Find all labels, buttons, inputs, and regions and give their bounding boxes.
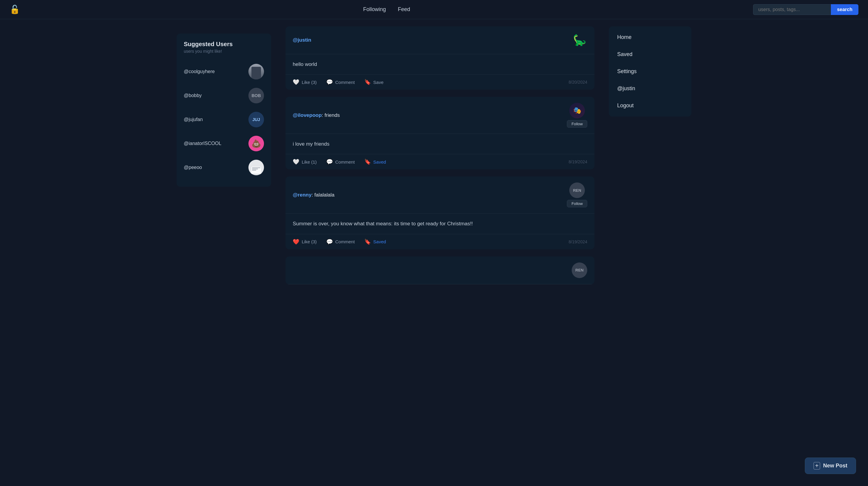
post-header: @ilovepoop: friends 🎭 Follow xyxy=(285,97,594,134)
post-text: hello world xyxy=(293,61,317,67)
comment-button[interactable]: 💬 Comment xyxy=(326,238,355,245)
suggested-username: @bobby xyxy=(184,93,202,98)
comment-label: Comment xyxy=(335,160,355,165)
nav-item-logout[interactable]: Logout xyxy=(609,97,691,114)
avatar: JUJ xyxy=(248,112,264,127)
suggested-users-title: Suggested Users xyxy=(184,41,264,48)
main-layout: Suggested Users users you might like! @c… xyxy=(165,19,703,299)
suggested-username: @peeoo xyxy=(184,165,202,170)
post-card: @justin 🦕 hello world 🤍 Like (3) 💬 Comme… xyxy=(285,26,594,90)
follow-button[interactable]: Follow xyxy=(567,200,587,207)
post-text: Summer is over, you know what that means… xyxy=(293,221,473,227)
post-date: 8/19/2024 xyxy=(569,239,587,244)
like-button[interactable]: ❤️ Like (3) xyxy=(293,238,317,245)
save-label: Save xyxy=(373,80,383,85)
comment-icon: 💬 xyxy=(326,79,333,85)
post-author: @renny: falalalala xyxy=(293,192,334,198)
save-label: Saved xyxy=(373,160,386,165)
save-label: Saved xyxy=(373,239,386,244)
post-header-right: 🎭 Follow xyxy=(567,103,587,127)
list-item[interactable]: @bobby BOB xyxy=(184,84,264,108)
heart-icon: 🤍 xyxy=(293,79,299,85)
post-body: i love my friends xyxy=(285,134,594,154)
post-author: @justin xyxy=(293,37,311,43)
post-author-name: @renny xyxy=(293,192,312,198)
post-header: @renny: falalalala REN Follow xyxy=(285,176,594,213)
post-header-right: 🦕 xyxy=(572,32,587,48)
list-item[interactable]: @ianatorISCOOL 💩 xyxy=(184,132,264,155)
right-sidebar: Home Saved Settings @justin Logout xyxy=(601,26,703,291)
suggested-username: @jujufan xyxy=(184,117,203,122)
post-date: 8/19/2024 xyxy=(569,160,587,164)
search-bar: search xyxy=(753,4,859,15)
nav-item-settings[interactable]: Settings xyxy=(609,63,691,80)
avatar xyxy=(248,160,264,175)
like-button[interactable]: 🤍 Like (1) xyxy=(293,159,317,165)
nav-item-saved[interactable]: Saved xyxy=(609,46,691,63)
app-logo-icon: 🔓 xyxy=(9,4,20,15)
left-sidebar: Suggested Users users you might like! @c… xyxy=(165,26,278,291)
comment-label: Comment xyxy=(335,80,355,85)
post-header: @justin 🦕 xyxy=(285,26,594,54)
like-count: Like (3) xyxy=(302,80,317,85)
avatar: 🦕 xyxy=(572,32,587,48)
search-button[interactable]: search xyxy=(831,4,859,15)
save-button[interactable]: 🔖 Saved xyxy=(364,238,386,245)
right-nav-card: Home Saved Settings @justin Logout xyxy=(609,26,691,117)
avatar: BOB xyxy=(248,88,264,104)
plus-icon: + xyxy=(813,462,820,469)
search-input[interactable] xyxy=(753,4,831,15)
post-actions: ❤️ Like (3) 💬 Comment 🔖 Saved 8/19/2024 xyxy=(285,234,594,249)
post-card: REN xyxy=(285,256,594,284)
list-item[interactable]: @peeoo xyxy=(184,155,264,179)
avatar: 💩 xyxy=(248,136,264,151)
avatar: 🎭 xyxy=(569,103,585,118)
heart-filled-icon: ❤️ xyxy=(293,238,299,245)
post-card: @ilovepoop: friends 🎭 Follow i love my f… xyxy=(285,97,594,169)
bookmark-filled-icon: 🔖 xyxy=(364,159,371,165)
nav-item-home[interactable]: Home xyxy=(609,29,691,46)
list-item[interactable]: @jujufan JUJ xyxy=(184,108,264,132)
new-post-button[interactable]: + New Post xyxy=(805,458,856,474)
post-actions: 🤍 Like (3) 💬 Comment 🔖 Save 8/20/2024 xyxy=(285,74,594,90)
post-text: i love my friends xyxy=(293,141,330,147)
comment-icon: 💬 xyxy=(326,159,333,165)
post-body: Summer is over, you know what that means… xyxy=(285,213,594,234)
avatar xyxy=(248,64,264,79)
topnav: 🔓 Following Feed search xyxy=(0,0,868,19)
comment-button[interactable]: 💬 Comment xyxy=(326,159,355,165)
nav-item-justin[interactable]: @justin xyxy=(609,80,691,97)
post-header: REN xyxy=(285,256,594,284)
post-author-name: @ilovepoop xyxy=(293,112,322,118)
suggested-username: @ianatorISCOOL xyxy=(184,141,221,146)
post-author: @ilovepoop: friends xyxy=(293,112,340,118)
suggested-users-card: Suggested Users users you might like! @c… xyxy=(177,34,271,187)
heart-icon: 🤍 xyxy=(293,159,299,165)
post-card: @renny: falalalala REN Follow Summer is … xyxy=(285,176,594,249)
nav-link-following[interactable]: Following xyxy=(363,6,386,12)
bookmark-icon: 🔖 xyxy=(364,79,371,85)
suggested-username: @coolguyhere xyxy=(184,69,215,74)
topnav-links: Following Feed xyxy=(363,6,410,12)
suggested-users-subtitle: users you might like! xyxy=(184,49,264,54)
avatar: REN xyxy=(572,262,587,278)
feed: @justin 🦕 hello world 🤍 Like (3) 💬 Comme… xyxy=(278,26,601,291)
like-count: Like (3) xyxy=(302,239,317,244)
comment-button[interactable]: 💬 Comment xyxy=(326,79,355,85)
nav-link-feed[interactable]: Feed xyxy=(398,6,410,12)
comment-label: Comment xyxy=(335,239,355,244)
save-button[interactable]: 🔖 Save xyxy=(364,79,383,85)
bookmark-filled-icon: 🔖 xyxy=(364,238,371,245)
post-body: hello world xyxy=(285,54,594,74)
like-count: Like (1) xyxy=(302,160,317,165)
post-header-right: REN Follow xyxy=(567,182,587,207)
follow-button[interactable]: Follow xyxy=(567,120,587,127)
save-button[interactable]: 🔖 Saved xyxy=(364,159,386,165)
list-item[interactable]: @coolguyhere xyxy=(184,60,264,84)
post-author-name: @justin xyxy=(293,37,311,43)
post-date: 8/20/2024 xyxy=(569,80,587,85)
comment-icon: 💬 xyxy=(326,238,333,245)
like-button[interactable]: 🤍 Like (3) xyxy=(293,79,317,85)
post-actions: 🤍 Like (1) 💬 Comment 🔖 Saved 8/19/2024 xyxy=(285,154,594,169)
avatar: REN xyxy=(569,182,585,198)
